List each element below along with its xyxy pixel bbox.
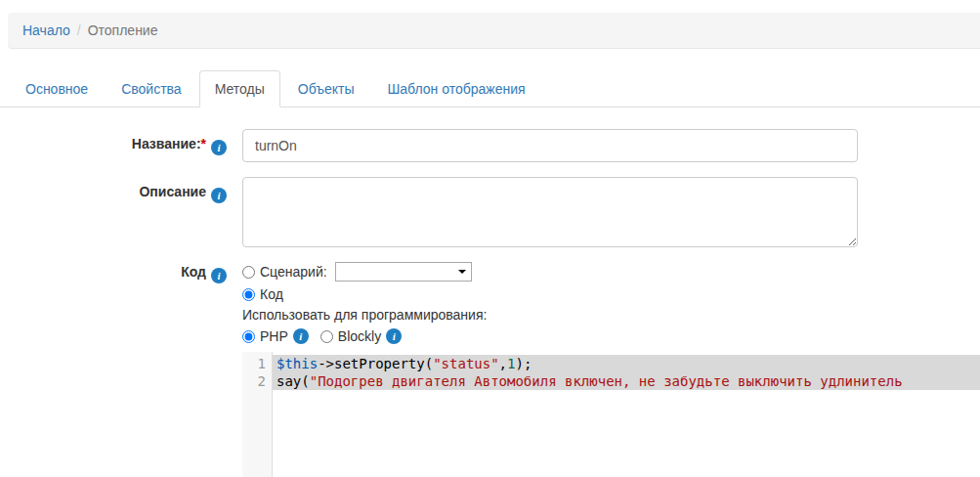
scenario-select-wrap [335,262,472,282]
php-radio-label: PHP [260,328,288,344]
code-token: "Подогрев двигателя Автомобиля включен, … [310,373,903,389]
tab-display-template-label[interactable]: Шаблон отображения [372,70,541,108]
page: Начало/Отопление Основное Свойства Метод… [0,13,980,477]
name-row: Название:*i [0,129,980,162]
name-label-col: Название:*i [0,129,227,162]
tab-methods-label[interactable]: Методы [199,70,280,108]
tab-bar: Основное Свойства Методы Объекты Шаблон … [0,70,980,108]
language-radio-group: PHP i Blockly i [242,328,980,344]
name-label: Название:* [132,136,206,152]
scenario-radio[interactable] [242,266,255,279]
breadcrumb-home-link[interactable]: Начало [22,22,70,38]
code-token: , [499,356,507,371]
tab-main-label[interactable]: Основное [10,70,104,108]
tab-methods[interactable]: Методы [199,70,280,108]
description-info-icon[interactable]: i [211,188,227,203]
code-line: say("Подогрев двигателя Автомобиля включ… [273,372,980,390]
name-label-text: Название: [132,136,201,152]
tab-objects[interactable]: Объекты [282,70,370,108]
line-number: 2 [242,372,266,390]
blockly-radio-pair: Blockly i [320,328,402,344]
name-input[interactable] [242,129,858,162]
method-form: Название:*i Описаниеi Кодi Сценар [0,129,980,477]
description-row: Описаниеi [0,177,980,247]
tab-properties[interactable]: Свойства [106,70,196,108]
code-label-col: Кодi [0,262,227,477]
description-label: Описание [139,184,206,199]
required-mark: * [201,136,206,152]
blockly-radio-label: Blockly [338,328,381,344]
tab-main[interactable]: Основное [10,70,104,108]
code-radio[interactable] [242,288,255,301]
scenario-select[interactable] [335,262,472,282]
description-input-col [242,177,980,247]
tab-properties-label[interactable]: Свойства [106,70,196,108]
line-number: 1 [242,355,266,372]
scenario-radio-row: Сценарий: [242,262,980,282]
code-token: "status" [433,356,498,371]
code-info-icon[interactable]: i [211,268,227,283]
code-radio-row: Код [242,286,980,302]
code-editor-gutter: 1 2 [242,352,273,477]
description-textarea[interactable] [242,177,858,247]
php-radio-pair: PHP i [242,328,309,344]
code-token: say( [277,373,310,389]
code-line: $this->setProperty("status",1); [273,355,980,372]
code-label: Код [181,264,206,280]
code-row: Кодi Сценарий: Код Использовать дл [0,262,980,477]
scenario-radio-label: Сценарий: [260,264,327,280]
name-info-icon[interactable]: i [211,140,227,155]
code-radio-label: Код [260,286,283,302]
php-info-icon[interactable]: i [293,328,309,344]
code-options-col: Сценарий: Код Использовать для программи… [242,262,980,477]
breadcrumb: Начало/Отопление [8,13,980,49]
breadcrumb-current: Отопление [88,22,158,38]
breadcrumb-separator: / [77,22,81,38]
code-editor-text-area[interactable]: $this->setProperty("status",1); say("Под… [273,352,980,477]
description-label-col: Описаниеi [0,177,227,247]
code-token: ); [515,356,532,371]
php-radio[interactable] [242,330,255,343]
code-token: ->setProperty( [318,356,433,371]
code-editor[interactable]: 1 2 $this->setProperty("status",1); say(… [242,352,980,477]
tab-display-template[interactable]: Шаблон отображения [372,70,541,108]
code-token: $this [277,356,318,371]
blockly-radio[interactable] [320,330,333,343]
tab-objects-label[interactable]: Объекты [282,70,370,108]
programming-usage-hint: Использовать для программирования: [242,307,980,323]
name-input-col [242,129,980,162]
blockly-info-icon[interactable]: i [386,328,402,344]
